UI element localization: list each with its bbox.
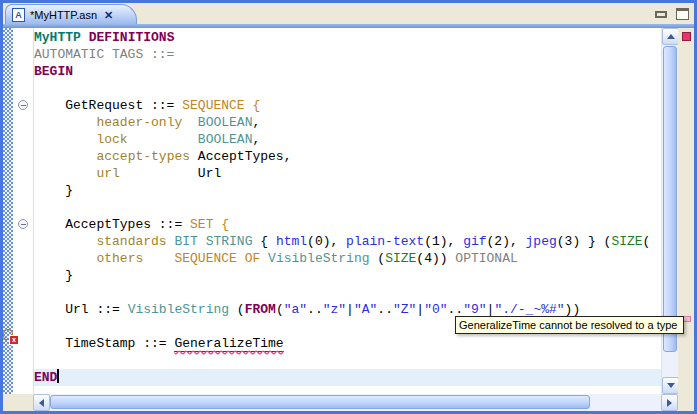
code-token: }: [34, 268, 73, 283]
code-line: AcceptTypes ::= SET {: [34, 216, 661, 233]
code-token: (3) } (: [557, 234, 612, 249]
horizontal-scrollbar-row: [3, 394, 694, 411]
code-line: }: [34, 267, 661, 284]
code-editor-area[interactable]: MyHTTP DEFINITIONSAUTOMATIC TAGS ::=BEGI…: [34, 28, 661, 394]
code-token: ..: [307, 302, 323, 317]
code-token: standards: [96, 234, 166, 249]
horizontal-scrollbar-thumb[interactable]: [50, 395, 590, 409]
code-token: END: [34, 370, 57, 385]
code-line: url Url: [34, 165, 661, 182]
code-token: [182, 115, 198, 130]
code-line: BEGIN: [34, 63, 661, 80]
code-token: jpeg: [526, 234, 557, 249]
error-x-badge-icon: x: [9, 335, 19, 345]
code-token: SEQUENCE OF: [174, 251, 260, 266]
code-line: [34, 284, 661, 301]
editor-window: A *MyHTTP.asn ✕ x MyHTTP DEFINITIONSAUTO…: [0, 0, 697, 414]
code-token: (: [643, 234, 651, 249]
vertical-scrollbar-thumb[interactable]: [663, 46, 677, 352]
error-token: GeneralizeTime: [174, 336, 283, 352]
code-token: ..: [448, 302, 464, 317]
code-token: "z": [323, 302, 346, 317]
code-token: gif: [463, 234, 486, 249]
code-token: SIZE: [611, 234, 642, 249]
code-token: [34, 132, 96, 147]
code-token: header-only: [96, 115, 182, 130]
code-token: TimeStamp ::=: [34, 336, 174, 351]
code-line: [34, 352, 661, 369]
code-token: (: [370, 251, 386, 266]
code-token: "a": [284, 302, 307, 317]
code-token: GetRequest ::=: [34, 98, 182, 113]
vertical-scrollbar[interactable]: [661, 28, 678, 394]
code-token: [34, 166, 96, 181]
code-token: others: [96, 251, 143, 266]
code-token: (1),: [424, 234, 463, 249]
arrow-left-icon: [39, 399, 44, 407]
code-token: |: [346, 302, 354, 317]
code-line: others SEQUENCE OF VisibleString (SIZE(4…: [34, 250, 661, 267]
fold-collapse-icon[interactable]: [18, 219, 28, 229]
code-token: "A": [354, 302, 377, 317]
tab-close-icon[interactable]: ✕: [104, 9, 113, 22]
scrollbar-corner: [3, 394, 33, 411]
minimize-icon[interactable]: [655, 11, 667, 18]
code-token: VisibleString: [268, 251, 369, 266]
code-token: "9": [463, 302, 486, 317]
error-task-icon[interactable]: x: [3, 329, 19, 345]
minus-glyph: [21, 105, 26, 106]
code-token: "Z": [393, 302, 416, 317]
scroll-up-button[interactable]: [662, 28, 679, 45]
code-token: (: [229, 302, 245, 317]
scroll-left-button[interactable]: [33, 394, 50, 411]
scroll-down-button[interactable]: [662, 377, 679, 394]
code-token: FROM: [245, 302, 276, 317]
code-token: (4)): [416, 251, 455, 266]
code-token: MyHTTP: [34, 30, 81, 45]
horizontal-scrollbar[interactable]: [50, 394, 661, 411]
code-token: ,: [252, 115, 260, 130]
code-line: }: [34, 182, 661, 199]
editor-tab-bar: A *MyHTTP.asn ✕: [3, 3, 694, 24]
code-token: [143, 251, 174, 266]
code-token: BIT STRING: [174, 234, 252, 249]
code-token: BOOLEAN: [198, 115, 253, 130]
code-token: ,: [252, 132, 260, 147]
code-token: url: [96, 166, 119, 181]
tab-title: *MyHTTP.asn: [30, 9, 97, 21]
text-caret: [57, 369, 59, 383]
code-line: AUTOMATIC TAGS ::=: [34, 46, 661, 63]
minus-glyph: [21, 224, 26, 225]
fold-collapse-icon[interactable]: [18, 100, 28, 110]
maximize-icon[interactable]: [676, 8, 689, 20]
code-token: SEQUENCE {: [182, 98, 260, 113]
code-token: BOOLEAN: [198, 132, 253, 147]
code-token: accept-types: [96, 149, 190, 164]
code-line: GetRequest ::= SEQUENCE {: [34, 97, 661, 114]
overview-ruler: [678, 28, 694, 394]
code-token: "0": [424, 302, 447, 317]
code-line: [34, 80, 661, 97]
code-line: END: [34, 369, 661, 386]
code-token: VisibleString: [128, 302, 229, 317]
code-line: [34, 199, 661, 216]
code-token: SET {: [190, 217, 229, 232]
code-token: lock: [96, 132, 127, 147]
code-token: "./-_~%#": [494, 302, 564, 317]
code-token: )): [565, 302, 581, 317]
code-token: OPTIONAL: [455, 251, 517, 266]
overview-error-indicator: [682, 32, 691, 41]
code-token: (0),: [307, 234, 346, 249]
asn-file-icon: A: [12, 8, 25, 22]
editor-tab-myhttp[interactable]: A *MyHTTP.asn ✕: [5, 4, 137, 25]
code-line: MyHTTP DEFINITIONS: [34, 29, 661, 46]
code-token: ..: [377, 302, 393, 317]
code-token: (: [276, 302, 284, 317]
scroll-right-button[interactable]: [661, 394, 678, 411]
code-token: DEFINITIONS: [89, 30, 175, 45]
code-token: SIZE: [385, 251, 416, 266]
code-token: Url: [120, 166, 221, 181]
code-token: {: [252, 234, 275, 249]
code-line: accept-types AcceptTypes,: [34, 148, 661, 165]
code-token: AUTOMATIC TAGS ::=: [34, 47, 174, 62]
